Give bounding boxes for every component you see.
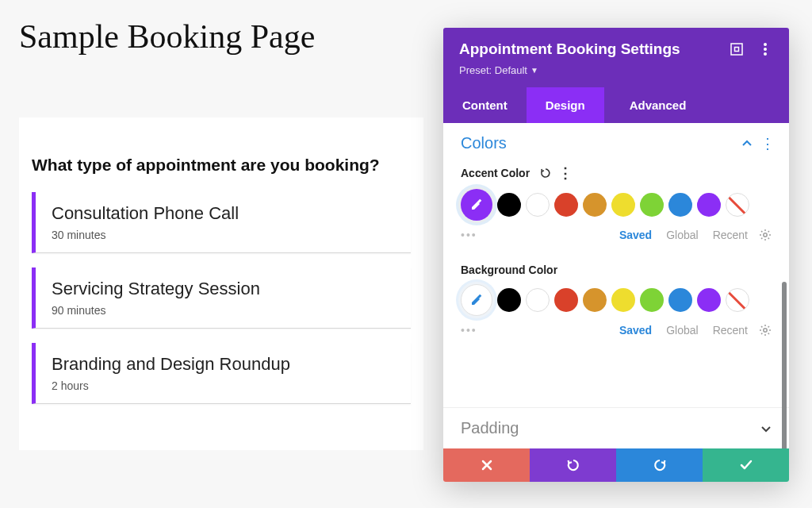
undo-button[interactable] [530,448,616,482]
tab-content[interactable]: Content [443,87,527,123]
booking-card: What type of appointment are you booking… [19,117,423,450]
svg-line-12 [768,238,769,239]
svg-line-21 [761,326,762,327]
appointment-duration: 30 minutes [52,229,396,241]
color-swatch[interactable] [497,193,521,217]
preset-dropdown[interactable]: Preset: Default ▼ [459,64,773,76]
color-swatch[interactable] [640,193,664,217]
appointment-item[interactable]: Consultation Phone Call 30 minutes [32,192,411,253]
eyedropper-button[interactable] [461,284,492,316]
color-swatch[interactable] [640,288,664,312]
svg-point-16 [764,329,767,332]
chevron-down-icon[interactable] [760,423,772,434]
appointment-duration: 2 hours [52,379,396,392]
svg-line-22 [768,333,769,334]
tab-design[interactable]: Design [527,87,604,123]
svg-line-14 [768,231,769,232]
palette-tab-recent[interactable]: Recent [713,324,748,337]
reset-icon[interactable] [538,165,553,181]
appointment-title: Servicing Strategy Session [52,279,396,299]
panel-body: Colors ⋮ Accent Color ⋮ [443,123,789,482]
chevron-down-icon: ▼ [530,66,538,75]
tab-advanced[interactable]: Advanced [604,87,706,123]
svg-line-11 [761,231,762,232]
color-swatch[interactable] [611,288,635,312]
accent-swatch-row [461,189,772,221]
accent-color-block: Accent Color ⋮ •• [443,157,789,241]
eyedropper-button[interactable] [461,189,492,221]
field-more-icon[interactable]: ⋮ [558,166,573,180]
svg-rect-1 [735,48,739,52]
color-swatch[interactable] [497,288,521,312]
section-more-icon[interactable]: ⋮ [760,137,775,151]
svg-line-13 [761,238,762,239]
drag-handle-icon[interactable]: ••• [461,324,477,337]
panel-title: Appointment Booking Settings [459,40,716,58]
color-swatch[interactable] [668,288,692,312]
palette-tab-global[interactable]: Global [666,229,698,241]
appointment-title: Branding and Design Roundup [52,354,396,375]
color-swatch[interactable] [583,288,607,312]
svg-point-4 [764,52,767,56]
drag-handle-icon[interactable]: ••• [461,229,477,241]
gear-icon[interactable] [759,324,772,337]
svg-line-23 [761,333,762,334]
colors-section-header[interactable]: Colors ⋮ [443,123,789,157]
preset-label: Preset: Default [459,64,527,76]
appointment-title: Consultation Phone Call [52,203,396,224]
color-swatch-none[interactable] [726,288,749,312]
accent-color-label: Accent Color [461,167,530,179]
appointment-duration: 90 minutes [52,304,396,317]
panel-footer [443,448,789,482]
gear-icon[interactable] [759,229,772,241]
palette-tab-global[interactable]: Global [666,324,698,337]
cancel-button[interactable] [443,448,530,482]
appointment-item[interactable]: Servicing Strategy Session 90 minutes [32,267,411,329]
color-swatch[interactable] [697,288,721,312]
settings-panel: Appointment Booking Settings Preset: Def… [443,28,789,482]
expand-icon[interactable] [729,41,745,57]
color-swatch[interactable] [697,193,721,217]
padding-section-header[interactable]: Padding [443,407,789,448]
color-swatch-none[interactable] [726,193,749,217]
appointment-item[interactable]: Branding and Design Roundup 2 hours [32,343,411,404]
color-swatch[interactable] [554,288,578,312]
panel-header: Appointment Booking Settings Preset: Def… [443,28,789,87]
redo-button[interactable] [616,448,703,482]
palette-tab-recent[interactable]: Recent [713,229,748,241]
svg-point-6 [764,233,767,237]
color-swatch[interactable] [611,193,635,217]
more-icon[interactable] [757,41,773,57]
panel-tabs: Content Design Advanced [443,87,789,123]
palette-tab-saved[interactable]: Saved [619,229,652,241]
palette-tab-saved[interactable]: Saved [619,324,652,337]
background-swatch-row [461,284,772,316]
background-color-label: Background Color [461,264,557,276]
svg-point-2 [764,43,767,46]
svg-line-24 [768,326,769,327]
save-button[interactable] [703,448,789,482]
colors-section-title: Colors [461,134,741,152]
chevron-up-icon[interactable] [741,138,753,149]
padding-section-title: Padding [461,419,760,437]
color-swatch[interactable] [583,193,607,217]
color-swatch[interactable] [668,193,692,217]
color-swatch[interactable] [526,288,550,312]
svg-rect-0 [731,44,742,55]
svg-point-3 [764,48,767,51]
booking-question: What type of appointment are you booking… [32,156,411,175]
color-swatch[interactable] [526,193,550,217]
color-swatch[interactable] [554,193,578,217]
background-color-block: Background Color ••• Saved Gl [443,256,789,337]
